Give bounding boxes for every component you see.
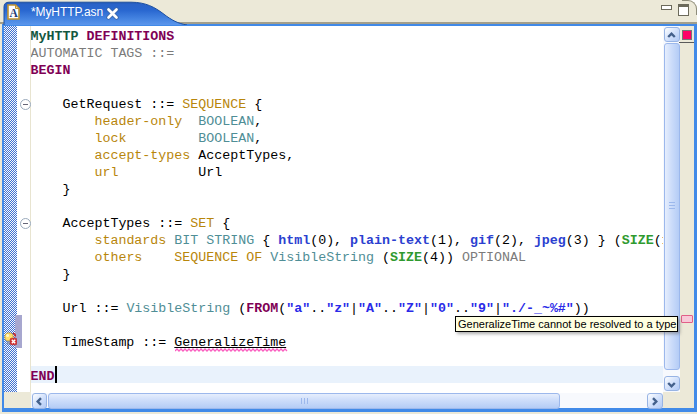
- svg-text:A: A: [10, 6, 19, 18]
